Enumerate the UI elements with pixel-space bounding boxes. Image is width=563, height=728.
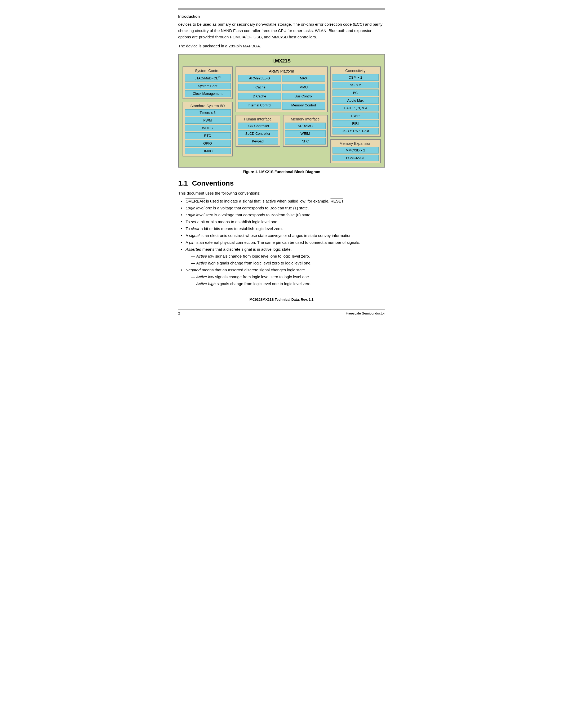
section-label: Introduction xyxy=(178,14,385,19)
reset-overbar: RESET xyxy=(331,199,343,203)
header-bar xyxy=(178,8,385,10)
pwm-box: PWM xyxy=(185,117,231,124)
asserted-sub-2: Active high signals change from logic le… xyxy=(191,260,385,266)
max-box: MAX xyxy=(282,75,325,82)
standard-io-group: Standard System I/O Timers x 3 PWM WDOG … xyxy=(182,102,233,156)
negated-sub-1: Active low signals change from logic lev… xyxy=(191,274,385,280)
pin-em: pin xyxy=(189,240,194,245)
footer-page-number: 2 xyxy=(178,311,180,315)
human-interface-title: Human Interface xyxy=(238,117,278,121)
diagram-top-row: System Control JTAG/Multi-ICE® System Bo… xyxy=(182,66,381,163)
rtc-box: RTC xyxy=(185,132,231,139)
system-boot-box: System Boot xyxy=(185,83,231,89)
arm926-box: ARM926EJ-S xyxy=(238,75,281,82)
internal-control-box: Internal Control xyxy=(238,102,281,109)
chip-title: i.MX21S xyxy=(182,58,381,64)
audio-mux-box: Audio Mux xyxy=(333,97,379,104)
block-diagram: i.MX21S System Control JTAG/Multi-ICE® S… xyxy=(178,54,385,168)
onewire-box: 1-Wire xyxy=(333,113,379,119)
negated-sub-2: Active high signals change from logic le… xyxy=(191,281,385,287)
memory-interface-title: Memory Interface xyxy=(285,117,326,121)
bullet-overbar: OVERBAR is used to indicate a signal tha… xyxy=(181,198,385,204)
memory-expansion-group: Memory Expansion MMC/SD x 2 PCMCIA/CF xyxy=(331,139,381,163)
footer-divider: 2 Freescale Semiconductor xyxy=(178,309,385,315)
negated-sub-list: Active low signals change from logic lev… xyxy=(186,274,385,287)
connectivity-group: Connectivity CSPI x 2 SSI x 2 I²C Audio … xyxy=(331,66,381,137)
keypad-box: Keypad xyxy=(238,138,278,145)
footer-area: MC9328MX21S Technical Data, Rev. 1.1 2 F… xyxy=(178,298,385,315)
bullet-pin: A pin is an external physical connection… xyxy=(181,239,385,246)
bullet-clear: To clear a bit or bits means to establis… xyxy=(181,226,385,232)
intro-paragraph2: The device is packaged in a 289-pin MAPB… xyxy=(178,43,385,49)
slcd-controller-box: SLCD Controller xyxy=(238,130,278,137)
figure-caption: Figure 1. i.MX21S Functional Block Diagr… xyxy=(178,170,385,174)
clock-management-box: Clock Management xyxy=(185,90,231,97)
ssi-box: SSI x 2 xyxy=(333,82,379,88)
active-low-em-1: Active low xyxy=(196,254,214,258)
right-column: Connectivity CSPI x 2 SSI x 2 I²C Audio … xyxy=(331,66,381,163)
overbar-text: OVERBAR xyxy=(186,199,205,203)
active-low-em-2: Active low xyxy=(196,275,214,279)
intro-paragraph1: devices to be used as primary or seconda… xyxy=(178,21,385,40)
connectivity-title: Connectivity xyxy=(333,69,379,73)
section-1-1-heading: 1.1 Conventions xyxy=(178,179,385,187)
icache-box: I Cache xyxy=(238,84,281,91)
dmac-box: DMAC xyxy=(185,148,231,154)
bus-control-box: Bus Control xyxy=(282,93,325,100)
footer-right: Freescale Semiconductor xyxy=(346,311,385,315)
uart-box: UART 1, 3, & 4 xyxy=(333,105,379,111)
memory-interface-group: Memory Interface SDRAMC WEIM NFC xyxy=(283,115,328,147)
conventions-intro: This document uses the following convent… xyxy=(178,190,385,196)
arm9-title: ARM9 Platform xyxy=(238,69,325,73)
system-control-group: System Control JTAG/Multi-ICE® System Bo… xyxy=(182,66,233,99)
negated-em: Negated xyxy=(186,268,201,272)
footer-center: MC9328MX21S Technical Data, Rev. 1.1 xyxy=(178,298,385,302)
section-number: 1.1 xyxy=(178,179,188,187)
timers-box: Timers x 3 xyxy=(185,109,231,116)
standard-io-title: Standard System I/O xyxy=(185,104,231,108)
section-title: Conventions xyxy=(192,179,234,187)
jtag-box: JTAG/Multi-ICE® xyxy=(185,74,231,82)
asserted-em: Asserted xyxy=(186,247,201,251)
cspi-box: CSPI x 2 xyxy=(333,74,379,81)
asserted-sub-list: Active low signals change from logic lev… xyxy=(186,253,385,266)
sdramc-box: SDRAMC xyxy=(285,123,326,129)
middle-column: ARM9 Platform ARM926EJ-S MAX I Cache MMU… xyxy=(235,66,328,163)
logic-one-em: Logic level one xyxy=(186,206,212,210)
bottom-middle: Human Interface LCD Controller SLCD Cont… xyxy=(235,115,328,147)
memory-control-box: Memory Control xyxy=(282,102,325,110)
nfc-box: NFC xyxy=(285,138,326,145)
pcmcia-box: PCMCIA/CF xyxy=(333,155,379,161)
lcd-controller-box: LCD Controller xyxy=(238,123,278,129)
arm9-grid: ARM926EJ-S MAX I Cache MMU D Cache Bus C… xyxy=(238,75,325,110)
active-high-em-2: Active high xyxy=(196,281,216,286)
bullet-asserted: Asserted means that a discrete signal is… xyxy=(181,246,385,266)
bullet-logic-zero: Logic level zero is a voltage that corre… xyxy=(181,212,385,218)
conventions-list: OVERBAR is used to indicate a signal tha… xyxy=(178,198,385,287)
clear-em: clear xyxy=(191,226,200,231)
active-high-em-1: Active high xyxy=(196,261,216,265)
signal-em: signal xyxy=(189,233,199,238)
asserted-sub-1: Active low signals change from logic lev… xyxy=(191,253,385,259)
left-column: System Control JTAG/Multi-ICE® System Bo… xyxy=(182,66,233,163)
bullet-logic-one: Logic level one is a voltage that corres… xyxy=(181,205,385,211)
dcache-box: D Cache xyxy=(238,93,281,100)
firi-box: FIRI xyxy=(333,120,379,127)
gpio-box: GPIO xyxy=(185,140,231,147)
mmu-box: MMU xyxy=(282,84,325,91)
system-control-title: System Control xyxy=(185,69,231,73)
arm9-platform-group: ARM9 Platform ARM926EJ-S MAX I Cache MMU… xyxy=(235,66,328,112)
mmcsd-box: MMC/SD x 2 xyxy=(333,147,379,154)
logic-zero-em: Logic level zero xyxy=(186,213,213,217)
bullet-negated: Negated means that an asserted discrete … xyxy=(181,267,385,287)
usb-otg-box: USB OTG/ 1 Host xyxy=(333,128,379,134)
wdog-box: WDOG xyxy=(185,125,231,131)
page: Introduction devices to be used as prima… xyxy=(162,0,401,326)
bullet-set: To set a bit or bits means to establish … xyxy=(181,219,385,225)
memory-expansion-title: Memory Expansion xyxy=(333,141,379,146)
i2c-box: I²C xyxy=(333,89,379,96)
weim-box: WEIM xyxy=(285,130,326,137)
bullet-signal: A signal is an electronic construct whos… xyxy=(181,232,385,239)
set-em: set xyxy=(191,219,196,224)
human-interface-group: Human Interface LCD Controller SLCD Cont… xyxy=(235,115,280,147)
